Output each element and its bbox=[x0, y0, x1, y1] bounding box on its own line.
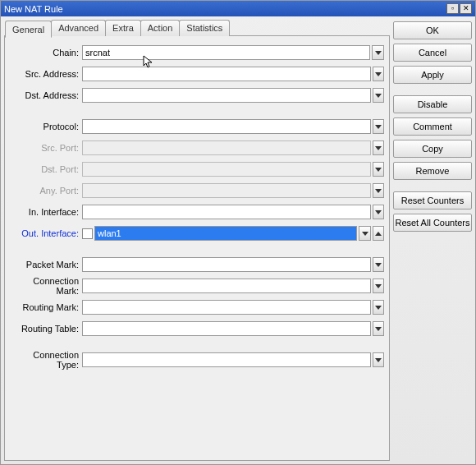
label-out-interface: Out. Interface: bbox=[10, 228, 82, 238]
chevron-down-icon bbox=[375, 146, 382, 150]
label-chain: Chain: bbox=[10, 48, 82, 58]
routing-table-field[interactable] bbox=[82, 321, 371, 336]
label-connection-type: Connection Type: bbox=[10, 350, 82, 370]
chevron-down-icon bbox=[375, 72, 382, 76]
ok-button[interactable]: OK bbox=[393, 21, 472, 39]
label-src-port: Src. Port: bbox=[10, 143, 82, 153]
tab-extra[interactable]: Extra bbox=[105, 20, 141, 36]
label-protocol: Protocol: bbox=[10, 122, 82, 131]
chevron-down-icon bbox=[375, 94, 382, 98]
chevron-down-icon bbox=[375, 168, 382, 172]
minimize-button[interactable]: ▫ bbox=[446, 3, 459, 14]
panel-general: Chain: srcnat Src. Address: Dst. Address… bbox=[4, 35, 390, 461]
reset-counters-button[interactable]: Reset Counters bbox=[393, 191, 472, 209]
any-port-expand[interactable] bbox=[373, 183, 384, 198]
dst-address-field[interactable] bbox=[82, 88, 371, 103]
label-routing-table: Routing Table: bbox=[10, 324, 82, 334]
packet-mark-expand[interactable] bbox=[373, 257, 384, 272]
label-dst-address: Dst. Address: bbox=[10, 90, 82, 100]
label-in-interface: In. Interface: bbox=[10, 207, 82, 217]
chevron-down-icon bbox=[375, 306, 382, 310]
label-packet-mark: Packet Mark: bbox=[10, 260, 82, 269]
any-port-field bbox=[82, 183, 371, 198]
chevron-down-icon bbox=[375, 327, 382, 331]
tab-action[interactable]: Action bbox=[140, 20, 181, 36]
reset-all-counters-button[interactable]: Reset All Counters bbox=[393, 214, 472, 232]
chevron-down-icon bbox=[375, 51, 382, 55]
dst-address-expand[interactable] bbox=[373, 88, 384, 103]
chain-field[interactable]: srcnat bbox=[82, 45, 370, 60]
connection-type-field[interactable] bbox=[82, 352, 371, 367]
routing-mark-field[interactable] bbox=[82, 300, 371, 315]
tab-general[interactable]: General bbox=[5, 21, 52, 38]
chevron-down-icon bbox=[375, 263, 382, 267]
connection-mark-expand[interactable] bbox=[373, 279, 384, 293]
cancel-button[interactable]: Cancel bbox=[393, 44, 472, 62]
protocol-field[interactable] bbox=[82, 119, 371, 134]
in-interface-field[interactable] bbox=[82, 205, 371, 219]
chevron-down-icon bbox=[375, 358, 382, 362]
src-address-field[interactable] bbox=[82, 67, 371, 81]
out-interface-collapse[interactable] bbox=[373, 226, 384, 241]
label-dst-port: Dst. Port: bbox=[10, 164, 82, 174]
comment-button[interactable]: Comment bbox=[393, 117, 472, 136]
tab-statistics[interactable]: Statistics bbox=[179, 20, 230, 36]
disable-button[interactable]: Disable bbox=[393, 95, 472, 113]
chevron-down-icon bbox=[375, 125, 382, 129]
routing-table-expand[interactable] bbox=[373, 321, 384, 336]
remove-button[interactable]: Remove bbox=[393, 162, 472, 180]
src-port-expand[interactable] bbox=[373, 140, 384, 155]
label-routing-mark: Routing Mark: bbox=[10, 302, 82, 312]
chain-dropdown-button[interactable] bbox=[372, 45, 384, 60]
tab-bar: General Advanced Extra Action Statistics bbox=[4, 20, 390, 36]
dialog-new-nat-rule: New NAT Rule ▫ ✕ General Advanced Extra … bbox=[0, 0, 476, 465]
chevron-down-icon bbox=[375, 210, 382, 214]
src-port-field bbox=[82, 140, 371, 155]
left-pane: General Advanced Extra Action Statistics… bbox=[4, 20, 390, 461]
dst-port-expand[interactable] bbox=[373, 162, 384, 177]
dst-port-field bbox=[82, 162, 371, 177]
src-address-expand[interactable] bbox=[373, 67, 384, 81]
apply-button[interactable]: Apply bbox=[393, 66, 472, 84]
chevron-down-icon bbox=[362, 232, 368, 236]
protocol-expand[interactable] bbox=[373, 119, 384, 134]
copy-button[interactable]: Copy bbox=[393, 140, 472, 158]
close-icon: ✕ bbox=[463, 5, 469, 12]
chevron-up-icon bbox=[375, 232, 382, 236]
chevron-down-icon bbox=[375, 189, 382, 193]
out-interface-dropdown-button[interactable] bbox=[359, 226, 371, 241]
label-src-address: Src. Address: bbox=[10, 69, 82, 79]
connection-type-expand[interactable] bbox=[373, 352, 384, 367]
routing-mark-expand[interactable] bbox=[373, 300, 384, 315]
label-any-port: Any. Port: bbox=[10, 186, 82, 196]
chevron-down-icon bbox=[375, 284, 382, 288]
right-button-panel: OK Cancel Apply Disable Comment Copy Rem… bbox=[393, 20, 472, 461]
close-button[interactable]: ✕ bbox=[460, 3, 472, 14]
minimize-icon: ▫ bbox=[451, 5, 454, 12]
in-interface-expand[interactable] bbox=[373, 205, 384, 219]
label-connection-mark: Connection Mark: bbox=[10, 276, 82, 296]
window-title: New NAT Rule bbox=[4, 4, 446, 14]
connection-mark-field[interactable] bbox=[82, 279, 371, 293]
out-interface-field[interactable]: wlan1 bbox=[94, 226, 357, 241]
packet-mark-field[interactable] bbox=[82, 257, 371, 272]
titlebar: New NAT Rule ▫ ✕ bbox=[1, 1, 475, 16]
out-interface-invert-checkbox[interactable] bbox=[82, 228, 93, 239]
tab-advanced[interactable]: Advanced bbox=[51, 20, 106, 36]
